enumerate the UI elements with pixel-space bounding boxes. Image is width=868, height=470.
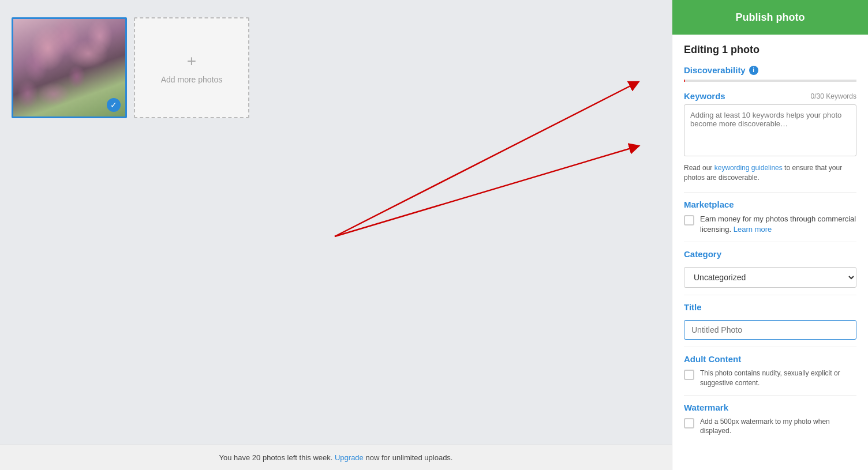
adult-content-section-title: Adult Content: [684, 354, 856, 364]
keywords-input[interactable]: [684, 104, 856, 156]
adult-content-checkbox[interactable]: [684, 370, 694, 380]
category-section-title: Category: [684, 249, 856, 259]
svg-line-0: [335, 84, 635, 236]
marketplace-section-title: Marketplace: [684, 200, 856, 209]
bottom-bar-text: You have 20 photos left this week. Upgra…: [219, 453, 453, 462]
bottom-bar: You have 20 photos left this week. Upgra…: [0, 445, 672, 470]
keywording-guidelines-link[interactable]: keywording guidelines: [714, 164, 783, 172]
upgrade-link[interactable]: Upgrade: [335, 453, 364, 462]
watermark-row: Add a 500px watermark to my photo when d…: [684, 417, 856, 437]
title-section-title: Title: [684, 302, 856, 312]
discoverability-section-title: Discoverability i: [684, 65, 856, 75]
adult-content-row: This photo contains nudity, sexually exp…: [684, 369, 856, 388]
add-more-photos-box[interactable]: + Add more photos: [134, 17, 249, 118]
adult-content-text: This photo contains nudity, sexually exp…: [700, 369, 856, 388]
discoverability-bar: [684, 80, 856, 82]
svg-line-1: [335, 147, 635, 236]
discoverability-info-icon[interactable]: i: [749, 66, 758, 75]
sidebar-content: Editing 1 photo Discoverability i Keywor…: [672, 35, 868, 470]
sidebar: Publish photo Editing 1 photo Discoverab…: [672, 0, 868, 470]
discoverability-fill: [684, 80, 685, 82]
adult-divider: [684, 347, 856, 347]
photos-row: ✓ + Add more photos: [12, 17, 249, 118]
keywords-hint: Read our keywording guidelines to ensure…: [684, 163, 856, 183]
learn-more-link[interactable]: Learn more: [734, 225, 772, 234]
publish-button[interactable]: Publish photo: [672, 0, 868, 35]
watermark-checkbox[interactable]: [684, 418, 694, 428]
marketplace-text: Earn money for my photos through commerc…: [700, 214, 856, 235]
watermark-text: Add a 500px watermark to my photo when d…: [700, 417, 856, 437]
photo-selected-check: ✓: [107, 98, 121, 112]
marketplace-divider: [684, 192, 856, 193]
watermark-section-title: Watermark: [684, 403, 856, 412]
photo-thumbnail[interactable]: ✓: [12, 17, 127, 118]
title-divider: [684, 295, 856, 295]
marketplace-row: Earn money for my photos through commerc…: [684, 214, 856, 235]
add-more-label: Add more photos: [161, 75, 223, 84]
keywords-count: 0/30 Keywords: [811, 92, 856, 100]
category-divider: [684, 242, 856, 242]
watermark-divider: [684, 395, 856, 396]
marketplace-checkbox[interactable]: [684, 215, 694, 225]
title-input[interactable]: [684, 320, 856, 340]
keywords-header: Keywords 0/30 Keywords: [684, 91, 856, 101]
main-area: ✓ + Add more photos: [0, 0, 672, 470]
keywords-section-title: Keywords: [684, 91, 725, 101]
category-select[interactable]: Uncategorized: [684, 267, 856, 288]
editing-label: Editing 1 photo: [684, 44, 856, 56]
add-more-plus-icon: +: [187, 52, 196, 70]
